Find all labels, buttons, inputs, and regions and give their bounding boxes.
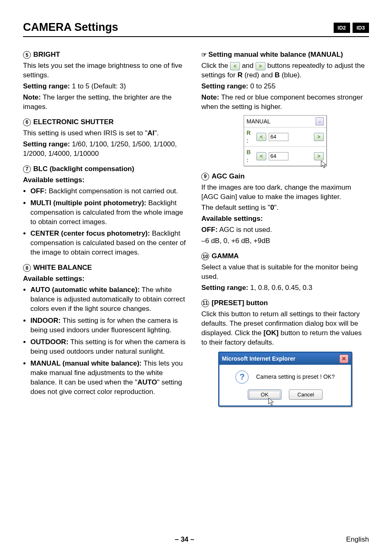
wb-r-dec-button[interactable]: < xyxy=(256,133,266,141)
question-icon: ? xyxy=(235,371,249,384)
agc-off: OFF: AGC is not used. xyxy=(201,225,369,235)
list-item: OFF: Backlight compensation is not carri… xyxy=(30,187,191,196)
list-item: AUTO (automatic white balance): The whit… xyxy=(30,285,191,314)
agc-default: The default setting is "0". xyxy=(201,203,369,213)
cursor-icon xyxy=(267,397,276,406)
section-title-blc: BLC (backlight compensation) xyxy=(33,164,134,174)
section-num-icon: 9 xyxy=(201,173,209,181)
agc-values: –6 dB, 0, +6 dB, +9dB xyxy=(201,236,369,246)
shutter-intro: This setting is used when IRIS is set to… xyxy=(23,129,191,138)
hand-icon: ☞ xyxy=(201,51,207,58)
close-icon[interactable]: ✕ xyxy=(339,354,348,363)
badge-id3: ID3 xyxy=(353,23,369,33)
list-item: CENTER (center focus photometry): Backli… xyxy=(30,229,191,257)
page-title: CAMERA Settings xyxy=(23,20,118,35)
section-title-gamma: GAMMA xyxy=(212,252,239,261)
dialog-title: Microsoft Internet Explorer xyxy=(222,355,295,363)
left-arrow-button[interactable]: < xyxy=(230,62,240,70)
wb-b-inc-button[interactable]: > xyxy=(314,152,324,160)
wb-available-label: Available settings: xyxy=(23,274,191,284)
section-num-icon: 6 xyxy=(23,118,31,126)
wb-b-value[interactable]: 64 xyxy=(269,152,288,160)
bright-range: 1 to 5 (Default: 3) xyxy=(72,82,126,90)
list-item: OUTDOOR: This setting is for when the ca… xyxy=(30,338,191,357)
section-num-icon: 11 xyxy=(201,299,209,307)
blc-available-label: Available settings: xyxy=(23,176,191,185)
wb-b-dec-button[interactable]: < xyxy=(256,152,266,160)
manual-wb-panel: MANUAL ⌄ R : < 64 > B : < 64 > xyxy=(244,115,327,166)
gamma-intro: Select a value that is suitable for the … xyxy=(201,263,369,282)
cursor-icon xyxy=(320,160,329,169)
shutter-range-label: Setting range: xyxy=(23,140,70,148)
right-arrow-button[interactable]: > xyxy=(256,62,265,70)
wb-panel-title: MANUAL xyxy=(247,118,270,125)
manual-wb-desc: Click the < and > buttons repeatedly to … xyxy=(201,61,369,80)
section-num-icon: 10 xyxy=(201,253,209,260)
bright-note: The larger the setting, the brighter are… xyxy=(23,93,172,111)
wb-r-label: R : xyxy=(247,129,254,145)
manual-note: The red or blue component becomes strong… xyxy=(201,93,363,111)
wb-b-label: B : xyxy=(247,148,254,164)
section-title-agc: AGC Gain xyxy=(212,172,244,181)
language-label: English xyxy=(346,535,369,544)
section-title-bright: BRIGHT xyxy=(33,50,60,60)
list-item: MULTI (multiple point photometry): Backl… xyxy=(30,199,191,227)
section-num-icon: 5 xyxy=(23,51,31,59)
list-item: MANUAL (manual white balance): This lets… xyxy=(30,359,191,397)
bright-range-label: Setting range: xyxy=(23,82,70,90)
agc-available-label: Available settings: xyxy=(201,214,369,224)
wb-r-value[interactable]: 64 xyxy=(269,133,288,141)
section-num-icon: 8 xyxy=(23,264,31,272)
bright-intro: This lets you set the image brightness t… xyxy=(23,61,191,80)
section-title-preset: [PRESET] button xyxy=(212,299,268,308)
manual-range: 0 to 255 xyxy=(250,82,275,90)
wb-r-inc-button[interactable]: > xyxy=(314,133,324,141)
section-title-wb: WHITE BALANCE xyxy=(33,263,92,273)
dialog-message: Camera setting is preset ! OK? xyxy=(256,373,334,381)
bright-note-label: Note: xyxy=(23,93,41,101)
dropdown-icon[interactable]: ⌄ xyxy=(316,117,324,125)
preset-dialog: Microsoft Internet Explorer ✕ ? Camera s… xyxy=(218,352,352,407)
manual-wb-title: ☞Setting manual white balance (MANUAL) xyxy=(201,50,369,60)
section-title-shutter: ELECTRONIC SHUTTER xyxy=(33,118,114,127)
preset-intro: Click this button to return all settings… xyxy=(201,310,369,348)
gamma-range: 1, 0.8, 0.6, 0.45, 0.3 xyxy=(250,284,312,292)
ok-button[interactable]: OK xyxy=(248,389,281,400)
section-num-icon: 7 xyxy=(23,165,31,173)
list-item: INDOOR: This setting is for when the cam… xyxy=(30,316,191,335)
manual-range-label: Setting range: xyxy=(201,82,248,90)
manual-note-label: Note: xyxy=(201,93,219,101)
gamma-range-label: Setting range: xyxy=(201,284,248,292)
agc-intro: If the images are too dark, change the m… xyxy=(201,183,369,202)
badge-id2: ID2 xyxy=(334,23,350,33)
page-number: – 34 – xyxy=(175,535,194,544)
cancel-button[interactable]: Cancel xyxy=(289,389,323,400)
